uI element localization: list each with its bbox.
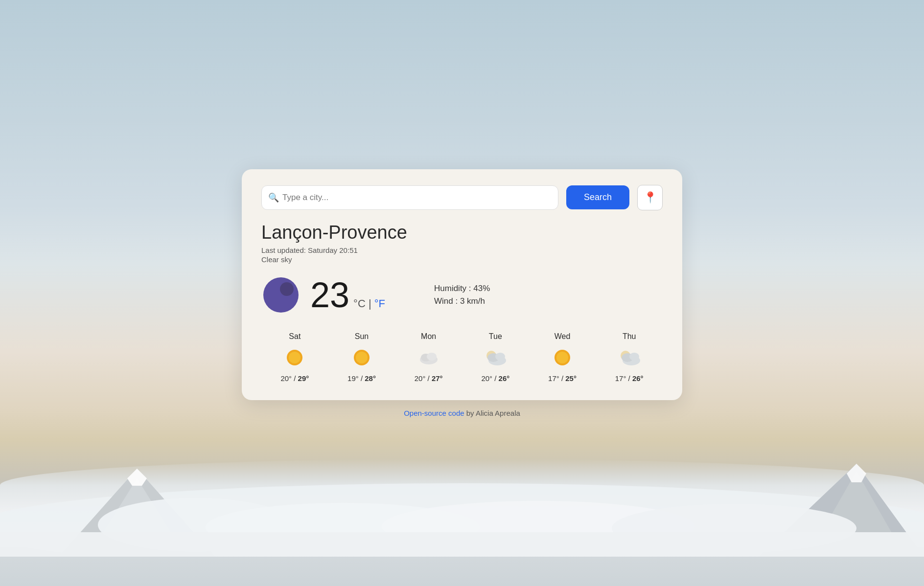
forecast-icon-sunny: [348, 347, 375, 368]
forecast-day: Tue 20° / 26°: [462, 332, 529, 383]
day-label: Sun: [355, 332, 369, 341]
svg-point-17: [356, 352, 368, 363]
temperature-units: °C | °F: [353, 297, 385, 310]
forecast-day: Sat 20° / 29°: [261, 332, 328, 383]
temp-range: 20° / 29°: [280, 374, 309, 383]
temperature-value: 23: [310, 277, 349, 313]
weather-details: Humidity : 43% Wind : 3 km/h: [434, 284, 490, 306]
svg-point-20: [427, 353, 437, 361]
forecast-day: Mon 20° / 27°: [395, 332, 462, 383]
weather-card: 🔍 Search 📍 Lançon-Provence Last updated:…: [242, 169, 682, 400]
temp-range: 20° / 26°: [481, 374, 509, 383]
current-weather-icon: [261, 275, 300, 315]
location-button[interactable]: 📍: [637, 185, 663, 210]
forecast-day: Wed 17° / 25°: [529, 332, 596, 383]
day-label: Sat: [289, 332, 300, 341]
celsius-unit[interactable]: °C: [353, 297, 366, 310]
city-search-input[interactable]: [261, 185, 558, 210]
svg-point-26: [556, 352, 568, 363]
mountain-peaks: [0, 429, 924, 557]
wind-detail: Wind : 3 km/h: [434, 296, 490, 306]
main-content: 🔍 Search 📍 Lançon-Provence Last updated:…: [242, 169, 682, 417]
current-weather-row: 23 °C | °F Humidity : 43% Wind : 3 km/h: [261, 275, 663, 315]
svg-point-30: [629, 353, 639, 361]
day-label: Thu: [623, 332, 636, 341]
mountain-scenery: [0, 429, 924, 586]
open-source-link[interactable]: Open-source code: [404, 409, 464, 417]
search-input-wrap: 🔍: [261, 185, 558, 210]
forecast-icon-partly-cloudy: [616, 347, 643, 368]
temp-range: 17° / 25°: [548, 374, 577, 383]
temp-range: 20° / 27°: [415, 374, 443, 383]
unit-separator: |: [366, 297, 374, 310]
forecast-icon-sunny: [281, 347, 308, 368]
temp-range: 17° / 26°: [615, 374, 644, 383]
city-name: Lançon-Provence: [261, 222, 663, 243]
last-updated: Last updated: Saturday 20:51: [261, 246, 663, 254]
search-row: 🔍 Search 📍: [261, 185, 663, 210]
forecast-row: Sat 20° / 29° Sun 19° / 28° Mon 20° / 27…: [261, 332, 663, 383]
temp-range: 19° / 28°: [347, 374, 376, 383]
day-label: Wed: [554, 332, 571, 341]
footer: Open-source code by Alicia Apreala: [404, 409, 520, 417]
day-label: Tue: [489, 332, 502, 341]
fahrenheit-unit[interactable]: °F: [374, 297, 385, 310]
svg-point-12: [263, 277, 299, 313]
pin-icon: 📍: [644, 191, 657, 204]
forecast-icon-sunny: [549, 347, 576, 368]
forecast-day: Sun 19° / 28°: [328, 332, 395, 383]
svg-point-13: [280, 282, 294, 296]
forecast-icon-partly-cloudy: [482, 347, 509, 368]
search-button[interactable]: Search: [566, 185, 629, 209]
humidity-detail: Humidity : 43%: [434, 284, 490, 293]
search-icon: 🔍: [268, 192, 279, 203]
svg-point-15: [289, 352, 300, 363]
weather-condition: Clear sky: [261, 255, 663, 264]
forecast-icon-cloudy: [415, 347, 442, 368]
forecast-day: Thu 17° / 26°: [596, 332, 663, 383]
day-label: Mon: [421, 332, 436, 341]
svg-point-24: [495, 353, 505, 361]
footer-author: by Alicia Apreala: [464, 409, 520, 417]
svg-rect-11: [0, 532, 924, 557]
temperature-display: 23 °C | °F: [310, 277, 385, 313]
